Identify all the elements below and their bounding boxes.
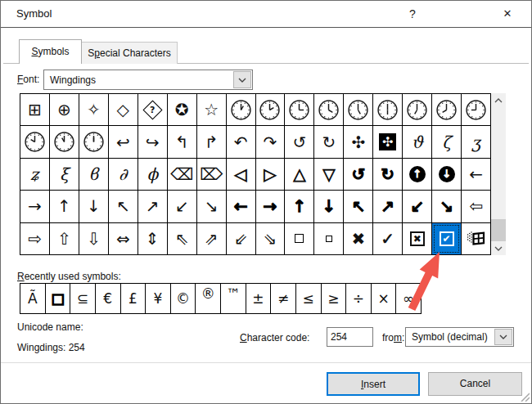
symbol-cell[interactable]: ▷	[256, 159, 285, 190]
symbol-cell[interactable]: ↶	[227, 126, 255, 157]
close-icon[interactable]: ✕	[495, 1, 520, 27]
chevron-down-icon[interactable]	[494, 329, 512, 345]
chevron-down-icon[interactable]	[233, 71, 251, 88]
symbol-cell[interactable]: ⊕	[50, 94, 79, 125]
symbol-cell[interactable]: ◁	[227, 159, 255, 190]
insert-button[interactable]: Insert	[327, 372, 420, 396]
recent-symbol-cell[interactable]: ×	[372, 284, 396, 313]
symbol-cell[interactable]	[227, 94, 255, 125]
symbol-cell[interactable]: ✪	[168, 94, 196, 125]
symbol-cell[interactable]: ⇩	[79, 223, 108, 254]
symbol-cell[interactable]: ↓	[432, 159, 461, 190]
symbol-cell[interactable]: ↩	[109, 126, 138, 157]
recent-symbol-cell[interactable]: ∞	[396, 284, 421, 313]
symbol-cell[interactable]: ʑ	[20, 159, 49, 190]
symbol-cell[interactable]	[50, 126, 79, 157]
recent-symbol-cell[interactable]: ©	[171, 284, 196, 313]
symbol-cell[interactable]	[285, 94, 313, 125]
recent-symbol-cell[interactable]: ™	[221, 284, 246, 313]
symbol-cell[interactable]: ↙	[168, 191, 196, 222]
symbol-cell[interactable]: ξ	[50, 159, 79, 190]
scrollbar-thumb[interactable]	[491, 219, 506, 241]
symbol-cell[interactable]: ✧	[79, 94, 108, 125]
symbol-cell[interactable]: ✖	[344, 223, 372, 254]
symbol-cell[interactable]	[285, 223, 313, 254]
symbol-cell[interactable]: ⇙	[227, 223, 255, 254]
recent-symbol-cell[interactable]: ±	[246, 284, 271, 313]
tab-symbols[interactable]: Symbols	[19, 39, 82, 64]
symbol-cell[interactable]: ⇖	[168, 223, 196, 254]
symbol-cell[interactable]: ϕ	[138, 159, 167, 190]
symbol-cell[interactable]: ↙	[403, 191, 431, 222]
grid-scrollbar[interactable]	[491, 93, 506, 255]
symbol-cell[interactable]: ↻	[314, 126, 343, 157]
tab-special-characters[interactable]: Special Characters	[81, 42, 178, 64]
symbol-cell[interactable]	[462, 223, 490, 254]
symbol-cell[interactable]	[432, 94, 461, 125]
symbol-cell[interactable]: ↱	[197, 126, 226, 157]
symbol-cell[interactable]: ⇧	[50, 223, 79, 254]
symbol-cell[interactable]	[79, 126, 108, 157]
symbol-cell[interactable]: ☆	[197, 94, 226, 125]
symbol-cell[interactable]: ↺	[285, 126, 313, 157]
symbol-cell[interactable]	[256, 94, 285, 125]
symbol-cell[interactable]: ✣	[344, 126, 372, 157]
recent-symbol-cell[interactable]: ¥	[146, 284, 170, 313]
symbol-cell[interactable]: △	[285, 159, 313, 190]
recent-symbol-cell[interactable]: £	[121, 284, 146, 313]
recent-symbol-cell[interactable]: €	[96, 284, 120, 313]
symbol-cell[interactable]	[314, 223, 343, 254]
from-dropdown[interactable]: Symbol (decimal)	[405, 327, 514, 347]
symbol-cell[interactable]	[20, 126, 49, 157]
recent-symbol-cell[interactable]: ®	[196, 284, 220, 313]
symbol-cell[interactable]: ↗	[138, 191, 167, 222]
symbol-cell[interactable]: →	[20, 191, 49, 222]
recent-symbol-cell[interactable]: ≥	[322, 284, 346, 313]
symbol-cell[interactable]: ↻	[373, 159, 402, 190]
symbol-cell[interactable]: ←	[227, 191, 255, 222]
symbol-cell[interactable]: ↖	[109, 191, 138, 222]
symbol-cell[interactable]: ζ	[432, 126, 461, 157]
symbol-cell[interactable]: ↘	[432, 191, 461, 222]
symbol-cell[interactable]: ✓	[373, 223, 402, 254]
symbol-cell[interactable]: ↖	[344, 191, 372, 222]
symbol-cell[interactable]: ⇦	[462, 191, 490, 222]
symbol-cell[interactable]: ↷	[256, 126, 285, 157]
symbol-cell[interactable]	[314, 94, 343, 125]
font-dropdown[interactable]: Wingdings	[43, 70, 253, 90]
symbol-cell[interactable]: →	[256, 191, 285, 222]
symbol-cell[interactable]: ↓	[314, 191, 343, 222]
recent-symbol-cell[interactable]: ≤	[296, 284, 321, 313]
symbol-cell[interactable]: ʒ	[462, 126, 490, 157]
symbol-cell-selected[interactable]: ✔	[432, 223, 461, 254]
symbol-cell[interactable]: ⌦	[197, 159, 226, 190]
character-code-input[interactable]	[327, 327, 373, 347]
symbol-cell[interactable]	[373, 94, 402, 125]
symbol-cell[interactable]: ↗	[373, 191, 402, 222]
help-icon[interactable]: ?	[400, 1, 425, 27]
symbol-cell[interactable]: ⊞	[20, 94, 49, 125]
cancel-button[interactable]: Cancel	[428, 372, 522, 396]
resize-grip[interactable]	[519, 391, 530, 402]
symbol-cell[interactable]	[462, 94, 490, 125]
symbol-cell[interactable]: ↘	[197, 191, 226, 222]
symbol-cell[interactable]: ↰	[168, 126, 196, 157]
symbol-cell[interactable]: ▽	[314, 159, 343, 190]
symbol-cell[interactable]: ⇗	[197, 223, 226, 254]
symbol-cell[interactable]: ↓	[79, 191, 108, 222]
recent-symbol-cell[interactable]: ⊆	[70, 284, 95, 313]
symbol-cell[interactable]: ?	[138, 94, 167, 125]
symbol-cell[interactable]: ⇔	[109, 223, 138, 254]
symbol-cell[interactable]: ↑	[285, 191, 313, 222]
scroll-down-icon[interactable]	[491, 241, 506, 255]
symbol-cell[interactable]: ◇	[109, 94, 138, 125]
recent-symbol-cell[interactable]: □	[46, 284, 70, 313]
symbol-cell[interactable]: ✣	[373, 126, 402, 157]
symbol-cell[interactable]: ↺	[344, 159, 372, 190]
symbol-cell[interactable]: ↑	[403, 159, 431, 190]
symbol-cell[interactable]: ↑	[50, 191, 79, 222]
symbol-cell[interactable]: ϐ	[79, 159, 108, 190]
scroll-up-icon[interactable]	[491, 93, 506, 107]
recent-symbol-cell[interactable]: Ã	[20, 284, 45, 313]
recent-symbol-cell[interactable]: ÷	[346, 284, 371, 313]
